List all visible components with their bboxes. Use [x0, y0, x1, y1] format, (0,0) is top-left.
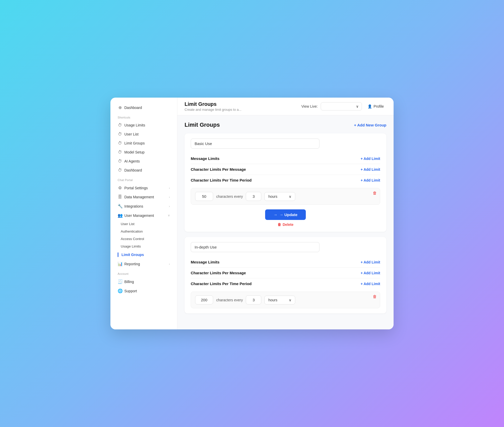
- dropdown-chevron: ∨: [356, 104, 359, 108]
- group2-card: Message Limits + Add Limit Character Lim…: [185, 237, 386, 313]
- shortcuts-label: Shortcuts: [110, 112, 177, 121]
- group2-unit-value: hours: [268, 298, 277, 302]
- group1-update-label: → Update: [279, 212, 297, 217]
- ai-agents-icon: ⏱: [118, 159, 122, 164]
- usage-limits-icon: ⏱: [118, 123, 122, 127]
- sidebar-item-support[interactable]: 🌐 Support: [112, 286, 175, 295]
- sidebar-sub-usage-limits[interactable]: Usage Limits: [110, 243, 177, 250]
- group1-period-input[interactable]: [246, 192, 261, 201]
- group1-add-limit-msg-button[interactable]: + Add Limit: [361, 157, 380, 161]
- limit-groups-heading: Limit Groups: [185, 122, 220, 128]
- account-label: Account: [110, 269, 177, 277]
- group1-unit-chevron: ∨: [289, 194, 291, 199]
- sidebar-sub-user-list[interactable]: User List: [110, 220, 177, 228]
- data-mgmt-chevron: ›: [169, 195, 170, 199]
- group1-delete-button[interactable]: 🗑 Delete: [277, 223, 293, 227]
- active-indicator: [118, 252, 118, 257]
- group1-name-input[interactable]: [191, 139, 319, 149]
- sidebar-item-data-management[interactable]: 🗄 Data Management ›: [112, 193, 175, 201]
- sidebar-sub-limit-groups-active[interactable]: Limit Groups: [112, 250, 175, 259]
- group1-unit-dropdown[interactable]: hours ∨: [264, 192, 295, 201]
- sidebar: ⊕ Dashboard Shortcuts ⏱ Usage Limits ⏱ U…: [110, 98, 177, 329]
- group2-amount-input[interactable]: [195, 295, 213, 304]
- group1-card: Message Limits + Add Limit Character Lim…: [185, 133, 386, 232]
- group1-message-limits-label: Message Limits: [191, 156, 220, 161]
- group2-message-limits-row: Message Limits + Add Limit: [191, 257, 380, 267]
- top-bar: Limit Groups Create and manage limit gro…: [177, 98, 394, 115]
- view-live-dropdown[interactable]: ∨: [321, 102, 362, 110]
- group1-update-button[interactable]: → → Update: [265, 209, 306, 220]
- page-header: Limit Groups + Add New Group: [185, 122, 386, 128]
- group1-unit-value: hours: [268, 194, 277, 199]
- group1-add-limit-char-msg-button[interactable]: + Add Limit: [361, 167, 380, 172]
- sidebar-item-integrations[interactable]: 🔧 Integrations ›: [112, 202, 175, 211]
- page-title: Limit Groups: [185, 101, 241, 107]
- reporting-chevron: ›: [169, 262, 170, 266]
- limit-groups-icon: ⏱: [118, 141, 122, 146]
- model-setup-icon: ⏱: [118, 150, 122, 155]
- sidebar-item-billing[interactable]: 🧾 Billing: [112, 277, 175, 286]
- group1-trash-button[interactable]: 🗑: [373, 191, 377, 195]
- main-content: Limit Groups Create and manage limit gro…: [177, 98, 394, 329]
- portal-settings-chevron: ›: [169, 186, 170, 190]
- sidebar-item-user-list[interactable]: ⏱ User List: [112, 130, 175, 139]
- sidebar-item-dashboard[interactable]: ⏱ Dashboard: [112, 166, 175, 175]
- group1-char-per-period-label: Character Limits Per Time Period: [191, 178, 251, 182]
- sidebar-item-portal-settings[interactable]: ⚙ Portal Settings ›: [112, 183, 175, 192]
- group2-chars-label: characters every: [216, 298, 243, 302]
- sidebar-sub-authentication[interactable]: Authentication: [110, 228, 177, 235]
- group1-amount-input[interactable]: [195, 192, 213, 201]
- group2-unit-dropdown[interactable]: hours ∨: [264, 296, 295, 304]
- data-mgmt-icon: 🗄: [118, 195, 122, 199]
- sidebar-item-usage-limits[interactable]: ⏱ Usage Limits: [112, 121, 175, 130]
- update-arrow-icon: →: [273, 212, 277, 217]
- user-mgmt-chevron: ∨: [168, 214, 170, 217]
- group2-period-input[interactable]: [246, 295, 261, 304]
- group2-name-input[interactable]: [191, 242, 319, 252]
- group2-add-limit-msg-button[interactable]: + Add Limit: [361, 260, 380, 264]
- group2-message-limits-label: Message Limits: [191, 260, 220, 264]
- user-list-icon: ⏱: [118, 132, 122, 136]
- group1-message-limits-row: Message Limits + Add Limit: [191, 153, 380, 164]
- dashboard-icon: ⊕: [118, 105, 122, 110]
- reporting-icon: 📊: [118, 261, 122, 266]
- sidebar-sub-access-control[interactable]: Access Control: [110, 235, 177, 243]
- group2-limit-input-row: 🗑 characters every hours ∨: [191, 292, 380, 308]
- sidebar-item-reporting[interactable]: 📊 Reporting ›: [112, 259, 175, 268]
- sidebar-item-limit-groups[interactable]: ⏱ Limit Groups: [112, 139, 175, 148]
- profile-button[interactable]: 👤 Profile: [365, 103, 386, 110]
- group2-add-limit-char-msg-button[interactable]: + Add Limit: [361, 271, 380, 275]
- page-title-block: Limit Groups Create and manage limit gro…: [185, 101, 241, 112]
- group1-delete-label: Delete: [283, 223, 293, 227]
- sidebar-item-dashboard-top[interactable]: ⊕ Dashboard: [112, 103, 175, 112]
- portal-settings-icon: ⚙: [118, 185, 122, 190]
- integrations-chevron: ›: [169, 205, 170, 208]
- group1-add-limit-period-button[interactable]: + Add Limit: [361, 178, 380, 182]
- top-bar-right: View Live: ∨ 👤 Profile: [301, 102, 386, 110]
- user-mgmt-icon: 👥: [118, 213, 122, 218]
- delete-trash-icon: 🗑: [277, 223, 281, 227]
- group1-char-per-period-row: Character Limits Per Time Period + Add L…: [191, 175, 380, 185]
- group1-char-per-msg-row: Character Limits Per Message + Add Limit: [191, 164, 380, 175]
- group2-char-per-period-label: Character Limits Per Time Period: [191, 281, 251, 286]
- page-subtitle: Create and manage limit groups to a...: [185, 108, 241, 112]
- group2-unit-chevron: ∨: [289, 298, 291, 302]
- chat-portal-label: Chat Portal: [110, 175, 177, 183]
- sidebar-item-ai-agents[interactable]: ⏱ AI Agents: [112, 157, 175, 166]
- group2-add-limit-period-button[interactable]: + Add Limit: [361, 282, 380, 286]
- group1-action-row: → → Update 🗑 Delete: [191, 209, 380, 227]
- group2-char-per-msg-row: Character Limits Per Message + Add Limit: [191, 267, 380, 278]
- group1-limit-input-row: 🗑 characters every hours ∨: [191, 188, 380, 205]
- sidebar-item-model-setup[interactable]: ⏱ Model Setup: [112, 148, 175, 157]
- integrations-icon: 🔧: [118, 204, 122, 209]
- add-new-group-button[interactable]: + Add New Group: [354, 123, 386, 127]
- group1-chars-label: characters every: [216, 194, 243, 199]
- view-live-label: View Live:: [301, 104, 318, 108]
- group2-char-per-msg-label: Character Limits Per Message: [191, 271, 246, 275]
- page-body: Limit Groups + Add New Group Message Lim…: [177, 115, 394, 329]
- group1-char-per-msg-label: Character Limits Per Message: [191, 167, 246, 172]
- group2-char-per-period-row: Character Limits Per Time Period + Add L…: [191, 278, 380, 289]
- group2-trash-button[interactable]: 🗑: [373, 294, 377, 299]
- support-icon: 🌐: [118, 288, 122, 293]
- sidebar-item-user-management[interactable]: 👥 User Management ∨: [112, 211, 175, 220]
